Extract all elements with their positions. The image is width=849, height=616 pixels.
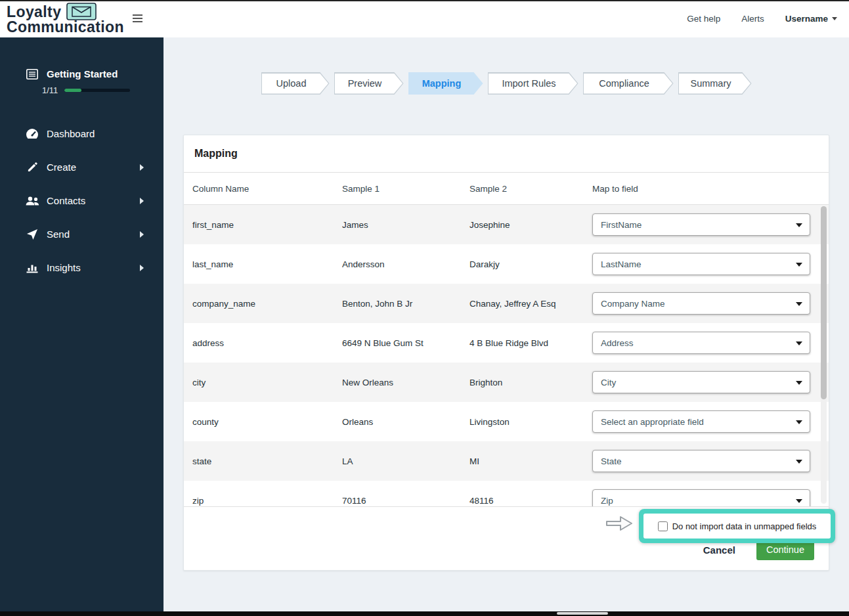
cell-sample1: LA — [342, 456, 469, 466]
cancel-button[interactable]: Cancel — [699, 542, 739, 558]
step-label: Summary — [690, 78, 731, 89]
step-preview[interactable]: Preview — [334, 72, 404, 95]
cell-sample2: Livingston — [469, 417, 592, 427]
sidebar-item-label: Dashboard — [47, 128, 95, 139]
selected-field-label: Address — [601, 338, 634, 348]
cell-sample2: MI — [469, 456, 592, 466]
selected-field-label: City — [601, 378, 616, 387]
table-row: county Orleans Livingston Select an appr… — [184, 402, 829, 441]
column-header: Sample 1 — [342, 184, 469, 194]
stepper: Upload Preview Mapping Import Rules — [163, 72, 849, 95]
table-row: zip 70116 48116 Zip — [184, 481, 829, 506]
map-to-field-select[interactable]: City — [592, 371, 810, 393]
table-row: last_name Andersson Darakjy LastName — [184, 244, 829, 284]
map-to-field-select[interactable]: Address — [592, 332, 810, 354]
step-summary[interactable]: Summary — [678, 72, 752, 95]
cell-sample1: Orleans — [342, 417, 469, 427]
cell-column-name: county — [192, 417, 342, 427]
chevron-down-icon — [796, 263, 802, 267]
column-header: Column Name — [192, 184, 342, 194]
step-label: Import Rules — [502, 78, 555, 89]
do-not-import-checkbox[interactable] — [658, 521, 668, 531]
step-label: Preview — [348, 78, 382, 89]
chevron-down-icon — [796, 341, 802, 345]
chevron-down-icon — [796, 381, 802, 385]
table-row: address 6649 N Blue Gum St 4 B Blue Ridg… — [184, 323, 829, 363]
progress-bar — [64, 89, 130, 92]
hamburger-menu-icon[interactable] — [133, 14, 142, 22]
sidebar-item-label: Send — [47, 229, 70, 240]
pencil-icon — [24, 162, 40, 173]
do-not-import-label: Do not import data in unmapped fields — [672, 521, 817, 531]
cell-column-name: last_name — [192, 259, 342, 269]
get-help-link[interactable]: Get help — [687, 14, 720, 24]
step-compliance[interactable]: Compliance — [583, 72, 674, 95]
mapping-card: Mapping Column Name Sample 1 Sample 2 Ma… — [183, 135, 829, 571]
chevron-down-icon — [832, 17, 837, 20]
highlight-annotation: Do not import data in unmapped fields — [639, 509, 835, 543]
map-to-field-select[interactable]: Company Name — [592, 292, 810, 315]
sidebar-item-dashboard[interactable]: Dashboard — [0, 117, 163, 150]
window-bottom-border — [0, 611, 849, 616]
table-header: Column Name Sample 1 Sample 2 Map to fie… — [184, 173, 829, 205]
column-header: Map to field — [592, 184, 829, 194]
cell-sample2: 4 B Blue Ridge Blvd — [469, 338, 592, 348]
alerts-link[interactable]: Alerts — [741, 14, 764, 24]
chevron-down-icon — [796, 223, 802, 227]
chevron-right-icon — [140, 265, 144, 271]
selected-field-label: State — [601, 456, 622, 466]
step-body: Mapping — [409, 74, 482, 94]
card-title: Mapping — [184, 135, 829, 173]
cell-column-name: zip — [192, 496, 342, 506]
page: Loyalty Communication Get help Alerts Us… — [0, 0, 849, 616]
header-nav: Get help Alerts Username — [687, 0, 837, 37]
cell-sample2: 48116 — [469, 496, 592, 506]
footer-partial-element — [557, 612, 608, 615]
step-label: Compliance — [599, 78, 649, 89]
step-body: Compliance — [584, 74, 672, 94]
sidebar-item-send[interactable]: Send — [0, 217, 163, 251]
sidebar-item-label: Contacts — [47, 195, 85, 206]
sidebar-item-insights[interactable]: Insights — [0, 251, 163, 284]
progress-count: 1/11 — [42, 85, 58, 95]
sidebar-item-contacts[interactable]: Contacts — [0, 184, 163, 217]
logo-row: Loyalty — [7, 3, 124, 20]
cell-map-to-field: Zip — [592, 489, 829, 506]
selected-field-label: LastName — [601, 259, 642, 269]
getting-started-label: Getting Started — [47, 68, 118, 79]
table-body: first_name James Josephine FirstName las… — [184, 205, 829, 506]
step-upload[interactable]: Upload — [261, 72, 330, 95]
cell-column-name: company_name — [192, 299, 342, 309]
cell-sample2: Brighton — [469, 378, 592, 387]
username-menu[interactable]: Username — [785, 14, 837, 24]
cell-sample2: Josephine — [469, 220, 592, 230]
logo-text-loyalty: Loyalty — [7, 4, 61, 20]
sidebar-item-create[interactable]: Create — [0, 150, 163, 184]
scrollbar-thumb[interactable] — [821, 206, 827, 399]
sidebar-item-label: Insights — [47, 262, 81, 273]
map-to-field-select[interactable]: Select an appropriate field — [592, 410, 810, 433]
cell-sample2: Chanay, Jeffrey A Esq — [469, 299, 592, 309]
map-to-field-select[interactable]: State — [592, 450, 810, 472]
map-to-field-select[interactable]: Zip — [592, 489, 810, 506]
cell-column-name: state — [192, 456, 342, 466]
cell-map-to-field: State — [592, 450, 829, 472]
selected-field-label: Zip — [601, 496, 613, 506]
cell-map-to-field: Company Name — [592, 292, 829, 315]
column-header: Sample 2 — [469, 184, 592, 194]
cell-map-to-field: LastName — [592, 253, 829, 275]
step-label: Mapping — [422, 78, 462, 89]
logo[interactable]: Loyalty Communication — [7, 3, 124, 35]
cell-sample1: 6649 N Blue Gum St — [342, 338, 469, 348]
map-to-field-select[interactable]: FirstName — [592, 213, 810, 236]
sidebar-item-getting-started[interactable]: Getting Started — [0, 68, 163, 79]
dashboard-icon — [24, 128, 40, 139]
getting-started-progress: 1/11 — [0, 85, 163, 95]
step-import-rules[interactable]: Import Rules — [488, 72, 578, 95]
map-to-field-select[interactable]: LastName — [592, 253, 810, 275]
card-footer: Do not import data in unmapped fields Ca… — [184, 506, 829, 570]
people-icon — [24, 196, 40, 206]
chevron-down-icon — [796, 460, 802, 464]
step-mapping[interactable]: Mapping — [408, 72, 483, 95]
cell-sample1: James — [342, 220, 469, 230]
